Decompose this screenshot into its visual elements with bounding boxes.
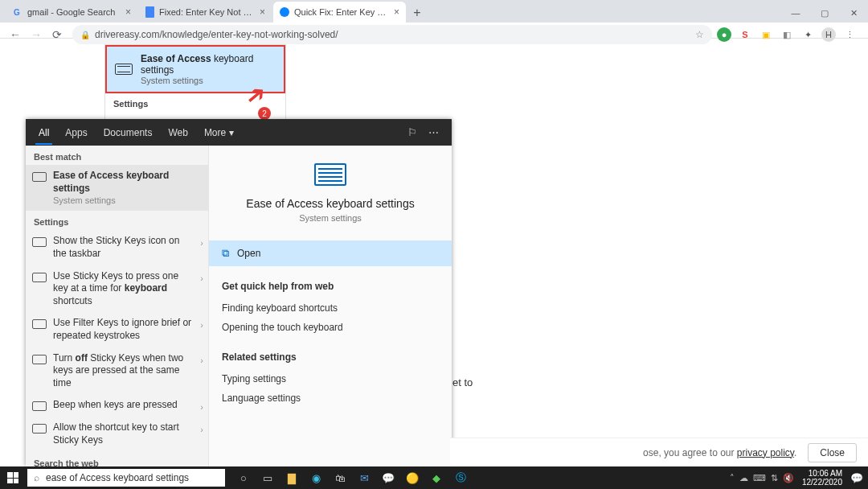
keyboard-icon <box>32 171 47 183</box>
tab-apps[interactable]: Apps <box>57 121 95 145</box>
keyboard-icon <box>32 318 47 330</box>
privacy-link[interactable]: privacy policy <box>737 447 794 458</box>
onedrive-icon[interactable]: ☁ <box>739 473 748 483</box>
browser-tab-0[interactable]: G gmail - Google Search × <box>5 2 137 23</box>
close-icon[interactable]: × <box>260 6 265 18</box>
open-icon: ⧉ <box>222 247 229 260</box>
extensions-icon[interactable]: ✦ <box>800 27 815 42</box>
ext-icon[interactable]: ◧ <box>780 27 794 42</box>
maximize-button[interactable]: ▢ <box>810 3 839 23</box>
page-text-fragment: et to <box>452 376 473 388</box>
chrome-icon[interactable]: 🟡 <box>402 466 423 489</box>
result-title: Use Sticky Keys to press one key at a ti… <box>53 270 202 308</box>
clock[interactable]: 10:06 AM 12/22/2020 <box>802 469 842 487</box>
google-favicon: G <box>11 6 23 18</box>
keyboard-icon <box>115 64 133 75</box>
keyboard-icon <box>32 236 47 248</box>
chevron-right-icon: › <box>200 238 203 248</box>
taskbar-search[interactable]: ⌕ ease of Access keyboard settings <box>27 469 225 487</box>
help-link[interactable]: Finding keyboard shortcuts <box>222 298 439 318</box>
cortana-icon[interactable]: ○ <box>233 466 254 489</box>
tab-strip: G gmail - Google Search × Fixed: Enter K… <box>0 0 868 23</box>
result-title: Turn off Sticky Keys when two keys are p… <box>53 352 202 390</box>
explorer-icon[interactable]: ▇ <box>281 466 302 489</box>
result-setting[interactable]: Use Sticky Keys to press one key at a ti… <box>26 265 208 313</box>
start-button[interactable] <box>0 466 26 489</box>
taskview-icon[interactable]: ▭ <box>257 466 278 489</box>
tab-documents[interactable]: Documents <box>96 121 161 145</box>
skype-icon[interactable]: Ⓢ <box>450 466 471 489</box>
close-window-button[interactable]: ✕ <box>839 3 868 23</box>
menu-icon[interactable]: ⋮ <box>842 27 857 42</box>
tray-chevron-icon[interactable]: ˄ <box>730 473 735 483</box>
browser-tab-2[interactable]: Quick Fix: Enter Key Not Working × <box>273 2 406 23</box>
result-subtitle: System settings <box>53 195 192 206</box>
section-settings: Settings <box>26 211 208 230</box>
search-icon: ⌕ <box>34 472 39 483</box>
related-link[interactable]: Language settings <box>222 388 439 408</box>
result-title: Ease of Access keyboard settings <box>53 170 169 194</box>
annotation-badge: 2 <box>258 107 271 120</box>
ext-icon[interactable]: ▣ <box>759 27 773 42</box>
more-icon[interactable]: ⋯ <box>428 126 439 138</box>
mail-icon[interactable]: ✉ <box>354 466 375 489</box>
open-button[interactable]: ⧉Open <box>209 240 452 266</box>
keyboard-icon <box>314 163 346 186</box>
minimize-button[interactable]: — <box>781 3 810 23</box>
profile-avatar[interactable]: H <box>821 27 836 42</box>
edge-icon[interactable]: ◉ <box>305 466 326 489</box>
address-bar[interactable]: 🔒 drivereasy.com/knowledge/enter-key-not… <box>72 25 712 44</box>
star-icon[interactable]: ☆ <box>695 29 704 40</box>
section-web: Search the web <box>26 452 208 466</box>
search-results-list[interactable]: Best match Ease of Access keyboard setti… <box>26 146 209 466</box>
new-tab-button[interactable]: + <box>407 3 427 23</box>
ext-icon[interactable]: S <box>738 27 752 42</box>
result-setting[interactable]: Turn off Sticky Keys when two keys are p… <box>26 347 208 395</box>
close-icon[interactable]: × <box>394 6 399 18</box>
wifi-icon[interactable]: ⇅ <box>771 473 778 483</box>
related-link[interactable]: Typing settings <box>222 369 439 388</box>
result-setting[interactable]: Beep when keys are pressed› <box>26 394 208 417</box>
section-best-match: Best match <box>26 146 208 165</box>
keyboard-icon <box>32 423 47 434</box>
tab-all[interactable]: All <box>31 121 57 145</box>
result-setting[interactable]: Allow the shortcut key to start Sticky K… <box>26 417 208 451</box>
back-button[interactable]: ← <box>5 24 26 45</box>
tab-more[interactable]: More ▾ <box>196 121 242 145</box>
cookie-banner: ose, you agree to our privacy policy. Cl… <box>450 438 868 466</box>
system-tray: ˄ ☁ ⌨ ⇅ 🔇 10:06 AM 12/22/2020 💬 <box>730 469 868 487</box>
browser-chrome: G gmail - Google Search × Fixed: Enter K… <box>0 0 868 39</box>
nav-toolbar: ← → ⟳ 🔒 drivereasy.com/knowledge/enter-k… <box>0 23 868 47</box>
drive-icon[interactable]: ◆ <box>426 466 447 489</box>
chevron-right-icon: › <box>200 273 203 283</box>
forward-button[interactable]: → <box>26 24 47 45</box>
close-icon[interactable]: × <box>125 6 131 18</box>
store-icon[interactable]: 🛍 <box>330 466 350 489</box>
result-setting[interactable]: Show the Sticky Keys icon on the taskbar… <box>26 230 208 265</box>
keyboard-tray-icon[interactable]: ⌨ <box>753 473 766 483</box>
feedback-icon[interactable]: ⚐ <box>407 126 417 138</box>
window-controls: — ▢ ✕ <box>781 3 868 23</box>
volume-icon[interactable]: 🔇 <box>783 473 794 483</box>
keyboard-icon <box>32 401 47 412</box>
tab-title: Quick Fix: Enter Key Not Working <box>294 7 389 17</box>
related-header: Related settings <box>222 351 439 363</box>
result-title: Ease of Access keyboard settings <box>141 53 276 76</box>
browser-tab-1[interactable]: Fixed: Enter Key Not Working O × <box>139 2 272 23</box>
tab-web[interactable]: Web <box>160 121 195 145</box>
search-scope-tabs: All Apps Documents Web More ▾ ⚐ ⋯ <box>26 119 452 146</box>
keyboard-icon <box>32 354 47 365</box>
notifications-icon[interactable]: 💬 <box>850 472 863 484</box>
close-button[interactable]: Close <box>808 443 857 462</box>
lock-icon: 🔒 <box>80 31 90 39</box>
ext-icon[interactable]: ● <box>717 27 731 42</box>
chevron-right-icon: › <box>200 425 203 434</box>
help-link[interactable]: Opening the touch keyboard <box>222 318 439 337</box>
result-best-match[interactable]: Ease of Access keyboard settingsSystem s… <box>26 165 208 211</box>
chat-icon[interactable]: 💬 <box>378 466 399 489</box>
result-title: Show the Sticky Keys icon on the taskbar <box>53 235 202 260</box>
reload-button[interactable]: ⟳ <box>47 24 68 45</box>
chevron-right-icon: › <box>200 402 203 412</box>
url-text: drivereasy.com/knowledge/enter-key-not-w… <box>95 29 338 40</box>
result-setting[interactable]: Use Filter Keys to ignore brief or repea… <box>26 312 208 347</box>
